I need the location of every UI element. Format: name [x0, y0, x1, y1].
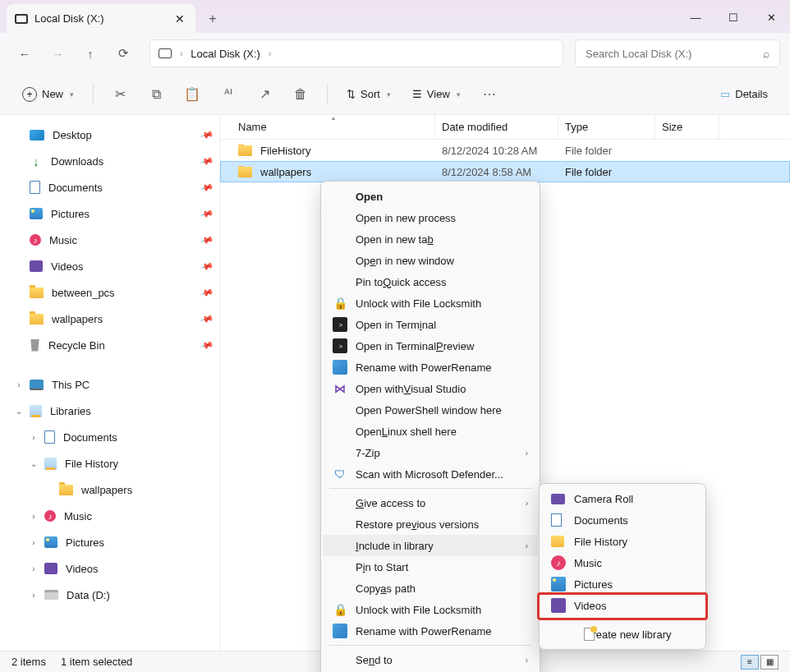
sidebar-lib-data[interactable]: ›Data (D:) [5, 582, 219, 608]
menu-include-library[interactable]: Include in library› [323, 535, 538, 556]
menu-send-to[interactable]: Send to› [323, 649, 538, 670]
collapse-icon[interactable]: ⌄ [28, 459, 39, 468]
menu-open-powershell[interactable]: Open PowerShell window here [323, 399, 538, 421]
menu-unlock-locksmith[interactable]: 🔒Unlock with File Locksmith [323, 599, 538, 620]
shield-icon: 🛡 [333, 467, 347, 481]
forward-button[interactable]: → [43, 39, 72, 68]
document-icon [30, 181, 40, 194]
new-tab-button[interactable]: + [200, 7, 225, 31]
expand-icon[interactable]: › [28, 433, 39, 442]
pictures-icon [44, 536, 57, 548]
sidebar-lib-music[interactable]: ›♪Music [5, 503, 219, 529]
sidebar-item-downloads[interactable]: ↓Downloads📌 [5, 148, 219, 174]
back-button[interactable]: ← [10, 39, 39, 68]
menu-open-process[interactable]: Open in new process [323, 207, 538, 228]
delete-button[interactable]: 🗑 [286, 81, 315, 108]
submenu-file-history[interactable]: File History [541, 531, 704, 552]
expand-icon[interactable]: › [13, 380, 25, 389]
file-row[interactable]: FileHistory 8/12/2024 10:28 AM File fold… [220, 140, 790, 161]
music-icon: ♪ [551, 555, 566, 570]
menu-pin-start[interactable]: Pin to Start [323, 556, 538, 578]
chevron-down-icon: ▾ [457, 90, 461, 99]
sidebar-lib-child[interactable]: wallpapers [5, 476, 219, 503]
column-date[interactable]: Date modified [435, 115, 558, 139]
sidebar-lib-documents[interactable]: ›Documents [5, 424, 219, 450]
sidebar-item-videos[interactable]: Videos📌 [5, 253, 219, 279]
submenu-camera-roll[interactable]: Camera Roll [541, 488, 704, 509]
sidebar-item-recyclebin[interactable]: Recycle Bin📌 [5, 332, 219, 358]
submenu-pictures[interactable]: Pictures [541, 573, 704, 595]
menu-open-vs[interactable]: ⋈Open with Visual Studio [323, 378, 538, 399]
search-box[interactable]: ⌕ [575, 39, 780, 67]
menu-rename-powerrename[interactable]: Rename with PowerRename [323, 620, 538, 642]
new-button[interactable]: + New ▾ [15, 81, 81, 108]
context-menu[interactable]: Open Open in new process Open in new tab… [320, 181, 540, 672]
sidebar-item-thispc[interactable]: ›This PC [5, 371, 219, 398]
toolbar: + New ▾ ✂ ⧉ 📋 ᴬᴵ ↗ 🗑 ⇅ Sort ▾ ☰ View ▾ ⋯… [0, 74, 790, 115]
sidebar-item-folder[interactable]: between_pcs📌 [5, 279, 219, 306]
menu-copy-path[interactable]: Copy as path [323, 578, 538, 599]
maximize-button[interactable]: ☐ [714, 4, 752, 30]
menu-open-window[interactable]: Open in new window [323, 250, 538, 271]
menu-open-tab[interactable]: Open in new tab [323, 228, 538, 250]
column-size[interactable]: Size [655, 115, 719, 139]
expand-icon[interactable]: › [28, 512, 39, 521]
details-pane-button[interactable]: ▭ Details [713, 81, 775, 108]
pin-icon: 📌 [200, 285, 215, 300]
collapse-icon[interactable]: ⌄ [13, 407, 25, 416]
sort-button[interactable]: ⇅ Sort ▾ [339, 81, 398, 108]
close-button[interactable]: ✕ [752, 4, 790, 30]
sidebar-lib-videos[interactable]: ›Videos [5, 555, 219, 582]
rename-button[interactable]: ᴬᴵ [214, 81, 243, 108]
breadcrumb-bar[interactable]: › Local Disk (X:) › [149, 39, 563, 67]
menu-open-terminal-preview[interactable]: >Open in Terminal Preview [323, 335, 538, 357]
menu-open[interactable]: Open [323, 186, 538, 207]
submenu-documents[interactable]: Documents [541, 509, 704, 531]
up-button[interactable]: ↑ [76, 39, 105, 68]
menu-open-terminal[interactable]: >Open in Terminal [323, 314, 538, 335]
search-icon[interactable]: ⌕ [763, 47, 769, 60]
menu-7zip[interactable]: 7-Zip› [323, 442, 538, 463]
menu-open-linux[interactable]: Open Linux shell here [323, 421, 538, 442]
sidebar-item-documents[interactable]: Documents📌 [5, 174, 219, 200]
sidebar-item-desktop[interactable]: Desktop📌 [5, 122, 219, 148]
column-type[interactable]: Type [558, 115, 655, 139]
expand-icon[interactable]: › [28, 591, 39, 600]
sidebar-lib-pictures[interactable]: ›Pictures [5, 529, 219, 555]
minimize-button[interactable]: — [677, 4, 714, 30]
menu-give-access[interactable]: Give access to› [323, 492, 538, 513]
menu-restore-versions[interactable]: Restore previous versions [323, 513, 538, 535]
share-button[interactable]: ↗ [250, 81, 279, 108]
submenu-videos[interactable]: Videos [541, 595, 704, 616]
file-row-selected[interactable]: wallpapers 8/12/2024 8:58 AM File folder [220, 161, 790, 182]
copy-button[interactable]: ⧉ [141, 81, 171, 108]
menu-pin-quick[interactable]: Pin to Quick access [323, 271, 538, 292]
submenu-music[interactable]: ♪Music [541, 552, 704, 573]
sidebar-item-libraries[interactable]: ⌄Libraries [5, 398, 219, 424]
breadcrumb-location[interactable]: Local Disk (X:) [191, 48, 260, 60]
menu-rename-powerrename[interactable]: Rename with PowerRename [323, 357, 538, 378]
menu-scan-defender[interactable]: 🛡Scan with Microsoft Defender... [323, 463, 538, 485]
view-thumbnails-button[interactable]: ▦ [760, 655, 779, 670]
sidebar-item-pictures[interactable]: Pictures📌 [5, 200, 219, 227]
sidebar-item-music[interactable]: ♪Music📌 [5, 227, 219, 253]
submenu-create-new-library[interactable]: Create new library [541, 624, 704, 645]
more-button[interactable]: ⋯ [475, 81, 504, 108]
folder-icon [30, 288, 44, 298]
expand-icon[interactable]: › [28, 538, 39, 547]
tab-close-button[interactable]: ✕ [172, 12, 187, 26]
expand-icon[interactable]: › [28, 564, 39, 573]
submenu-include-library[interactable]: Camera Roll Documents File History ♪Musi… [539, 483, 706, 650]
refresh-button[interactable]: ⟳ [108, 39, 138, 68]
view-button[interactable]: ☰ View ▾ [405, 81, 468, 108]
active-tab[interactable]: Local Disk (X:) ✕ [7, 4, 195, 33]
search-input[interactable] [586, 48, 763, 60]
column-name[interactable]: ▴Name [232, 115, 435, 139]
cut-button[interactable]: ✂ [105, 81, 135, 108]
menu-unlock-locksmith[interactable]: 🔒Unlock with File Locksmith [323, 292, 538, 314]
paste-button[interactable]: 📋 [177, 81, 207, 108]
sidebar-lib-filehistory[interactable]: ⌄File History [5, 450, 219, 476]
navigation-pane[interactable]: Desktop📌 ↓Downloads📌 Documents📌 Pictures… [0, 115, 220, 656]
sidebar-item-folder[interactable]: wallpapers📌 [5, 306, 219, 332]
view-details-button[interactable]: ≡ [741, 655, 759, 670]
